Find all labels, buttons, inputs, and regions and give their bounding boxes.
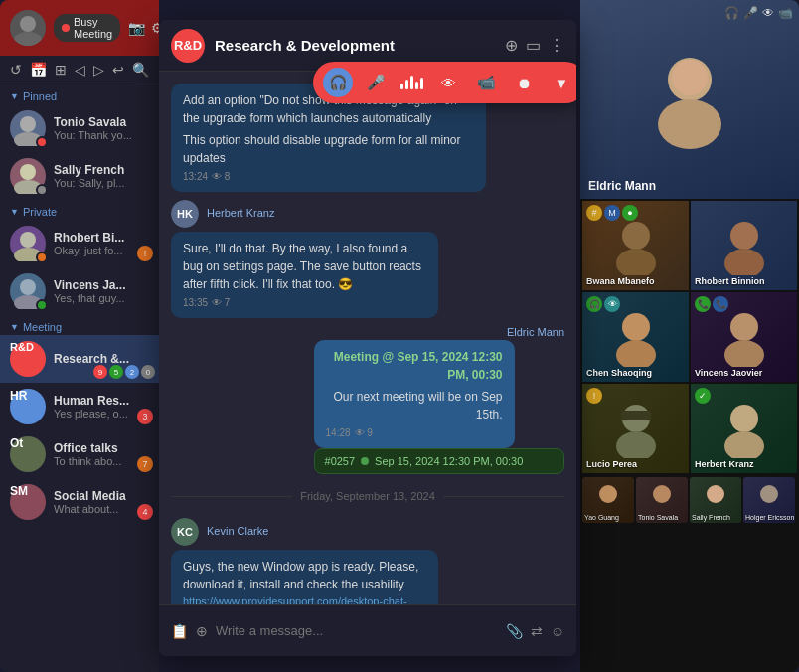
video-grid: Bwana Mbanefo # M ● Rhobert Binnion Chen…	[580, 199, 799, 475]
video-btn[interactable]: 📹	[471, 68, 501, 97]
kevin-link[interactable]: https://www.providesupport.com/desktop-c…	[183, 593, 426, 604]
chat-title: Research & Development	[215, 37, 495, 54]
format-icon[interactable]: 📋	[171, 623, 188, 639]
main-video-feed	[580, 0, 799, 199]
toolbar-row: ↺ 📅 ⊞ ◁ ▷ ↩ 🔍	[0, 56, 159, 84]
refresh-icon[interactable]: ↺	[10, 62, 22, 78]
contact-rd[interactable]: R&D Research &... 9 5 2 0	[0, 335, 159, 383]
private-section-label: Private	[0, 200, 159, 220]
lucio-name: Lucio Perea	[586, 459, 637, 469]
chen-icon2: 👁	[604, 296, 620, 312]
headphone-btn[interactable]: 🎧	[323, 68, 353, 97]
chat-input-row: 📋 ⊕ 📎 ⇄ ☺	[159, 604, 576, 656]
herbert-icon1: ✓	[695, 388, 711, 404]
calendar-icon[interactable]: 📅	[30, 62, 47, 78]
sticker-icon[interactable]: ☺	[551, 623, 564, 639]
ot-name: Office talks	[54, 441, 149, 455]
status-label[interactable]: Busy Meeting	[54, 14, 120, 42]
transfer-icon[interactable]: ⇄	[531, 623, 543, 639]
ot-preview: To think abo...	[54, 455, 149, 467]
attach-icon[interactable]: 📎	[506, 623, 523, 639]
emoji-icon[interactable]: ⊕	[196, 623, 208, 639]
status-dot	[62, 24, 70, 32]
main-video-name: Eldric Mann	[588, 179, 656, 193]
tonio-preview: You: Thank yo...	[54, 129, 149, 141]
contact-rhobert[interactable]: Rhobert Bi... Okay, just fo... !	[0, 220, 159, 267]
rd-badges: 9 5 2 0	[93, 365, 155, 379]
herbert-msg: Sure, I'll do that. By the way, I also f…	[171, 232, 438, 318]
back-icon[interactable]: ◁	[75, 62, 85, 78]
eldric-meta: 14:28 👁 9	[326, 425, 503, 440]
herbert-meta: 13:35 👁 7	[183, 295, 426, 310]
expand-btn[interactable]: ▼	[547, 68, 576, 97]
svg-point-11	[658, 99, 721, 149]
date-separator: Friday, September 13, 2024	[171, 490, 564, 502]
grid-icon[interactable]: ⊞	[55, 62, 67, 78]
video-icon[interactable]: 📷	[128, 20, 145, 36]
thumb-yao: Yao Guang	[582, 477, 634, 523]
eldric-name: Eldric Mann	[314, 326, 564, 338]
rd-info: Research &...	[54, 352, 149, 366]
rhobert-b-name: Rhobert Binnion	[695, 276, 765, 286]
video-cell-herbert: Herbert Kranz ✓	[691, 384, 797, 473]
svg-point-6	[20, 232, 36, 248]
bwana-icon3: ●	[622, 205, 638, 221]
vincens-name: Vincens Ja...	[54, 278, 149, 292]
badge-num: #0257	[325, 455, 356, 467]
contact-sm[interactable]: SM Social Media What about... 4	[0, 478, 159, 526]
left-header: Busy Meeting 📷 ⚙ ≡	[0, 0, 159, 56]
sm-info: Social Media What about...	[54, 489, 149, 515]
vincens-avatar	[10, 273, 46, 309]
mic-btn[interactable]: 🎤	[361, 68, 391, 97]
contact-sally[interactable]: Sally French You: Sally, pl...	[0, 152, 159, 200]
vincens-icon2: 📞	[713, 296, 728, 312]
sm-name: Social Media	[54, 489, 149, 503]
bwana-name: Bwana Mbanefo	[586, 276, 655, 286]
search-icon[interactable]: 🔍	[132, 62, 149, 78]
kevin-avatar: KC	[171, 518, 199, 546]
svg-point-14	[616, 249, 656, 275]
sally-info: Sally French You: Sally, pl...	[54, 163, 149, 189]
contact-vincens[interactable]: Vincens Ja... Yes, that guy...	[0, 267, 159, 315]
reply-icon[interactable]: ↩	[112, 62, 124, 78]
svg-point-25	[724, 431, 764, 458]
lucio-icon1: !	[586, 388, 602, 404]
message-input[interactable]	[216, 623, 498, 638]
sally-avatar	[10, 158, 46, 194]
svg-point-16	[724, 249, 764, 275]
meeting-text: Our next meeting will be on Sep 15th.	[326, 388, 503, 423]
video-panel: 🎧 🎤 👁 📹 Eldric Mann 🎧 🎤 👁 📹 Bwana	[580, 0, 799, 672]
video-cell-rhobert: Rhobert Binnion	[691, 201, 797, 290]
hr-preview: Yes please, o...	[54, 408, 149, 420]
contact-ot[interactable]: Ot Office talks To think abo... 7	[0, 430, 159, 478]
video-main: Eldric Mann 🎧 🎤 👁 📹	[580, 0, 799, 199]
msg1-meta: 13:24 👁 8	[183, 169, 474, 184]
tonio-name: Tonio Savala	[54, 115, 149, 129]
sally-status	[36, 184, 48, 196]
svg-point-1	[14, 32, 42, 46]
main-headphone-icon: 🎧	[724, 6, 739, 20]
hr-info: Human Res... Yes please, o...	[54, 394, 149, 420]
rd-name: Research &...	[54, 352, 149, 366]
screen-share-icon[interactable]: ⊕	[505, 36, 518, 55]
settings-icon[interactable]: ⚙	[151, 20, 159, 36]
record-btn[interactable]: ⏺	[509, 68, 539, 97]
eye-btn[interactable]: 👁	[433, 68, 463, 97]
contact-hr[interactable]: HR Human Res... Yes please, o... 3	[0, 383, 159, 430]
herbert-icons: ✓	[695, 388, 711, 404]
input-right-icons: 📎 ⇄ ☺	[506, 623, 564, 639]
ot-info: Office talks To think abo...	[54, 441, 149, 467]
herbert-sender-row: HK Herbert Kranz	[171, 200, 506, 228]
ot-badge: 7	[137, 456, 153, 472]
bottom-strip: Yao Guang Tonio Savala Sally French Holg…	[580, 475, 799, 525]
bwana-icons: # M ●	[586, 205, 638, 221]
contact-tonio[interactable]: Tonio Savala You: Thank yo...	[0, 104, 159, 152]
more-icon[interactable]: ⋮	[549, 36, 564, 55]
sm-preview: What about...	[54, 503, 149, 515]
tonio-status	[36, 136, 48, 148]
main-eye-icon: 👁	[762, 6, 774, 20]
forward-icon[interactable]: ▷	[93, 62, 104, 78]
rhobert-preview: Okay, just fo...	[54, 245, 149, 256]
video-call-icon[interactable]: ▭	[526, 36, 541, 55]
svg-point-26	[599, 485, 617, 503]
